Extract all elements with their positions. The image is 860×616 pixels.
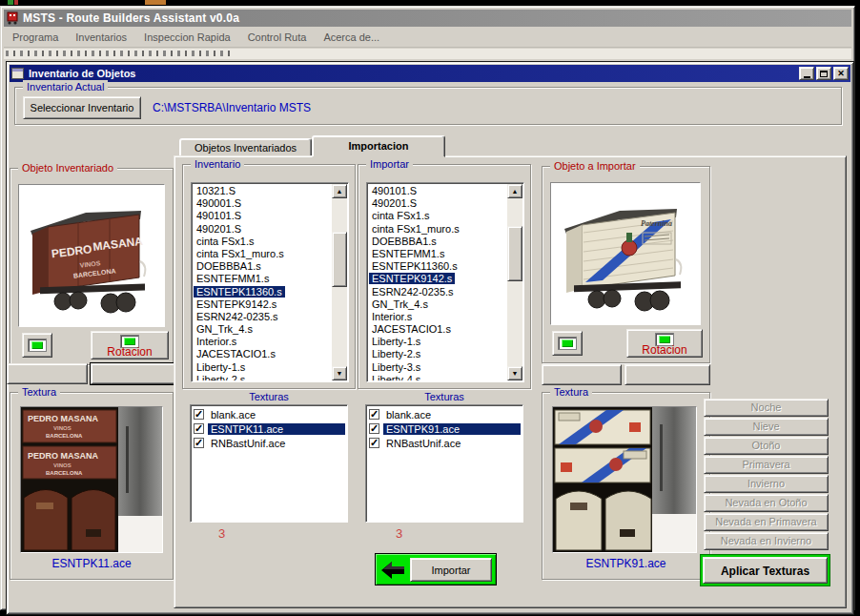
aplicar-texturas-frame[interactable]: Aplicar Texturas [701,555,829,585]
list-item[interactable]: cinta FSx1_muro.s [194,248,332,260]
app-titlebar[interactable]: MSTS - Route Builders Assistant v0.0a [4,10,851,27]
textura-right-label: Textura [550,385,592,399]
texture-checkbox-item[interactable]: ESNTPK91.ace [368,421,521,436]
menu-item[interactable]: Control Ruta [239,30,316,45]
importar-action-button[interactable]: Importar [375,553,497,585]
tab-importacion[interactable]: Importacion [312,135,445,157]
green-led-icon [124,338,135,345]
texturas-inventario-list[interactable]: blank.aceESNTPK11.aceRNBastUnif.ace [190,404,348,523]
menu-item[interactable]: Acerca de... [315,30,388,45]
list-item[interactable]: ESNTEPK9142.s [194,298,332,311]
scrollbar-thumb[interactable] [332,232,347,287]
season-button[interactable]: Nevada en Invierno [704,532,829,550]
texturas-importar-count: 3 [396,526,402,541]
checkbox-icon[interactable] [194,438,204,448]
season-button[interactable]: Nieve [704,418,829,436]
checkbox-icon[interactable] [369,409,379,420]
aplicar-texturas-button[interactable]: Aplicar Texturas [703,557,828,584]
season-button[interactable]: Otoño [704,437,829,455]
list-item[interactable]: 490101.S [194,210,332,222]
list-item[interactable]: GN_Trk_4.s [369,298,507,311]
list-item[interactable]: Interior.s [369,311,507,323]
texturas-importar-list[interactable]: blank.aceESNTPK91.aceRNBastUnif.ace [365,404,523,523]
scroll-down-icon[interactable]: ▼ [332,366,347,380]
list-item[interactable]: Liberty-3.s [369,361,507,374]
list-item[interactable]: DOEBBBA1.s [194,260,332,273]
list-item[interactable]: 490001.S [194,197,332,210]
list-item[interactable]: cinta FSx1.s [194,236,332,248]
texture-checkbox-item[interactable]: RNBastUnif.ace [368,436,521,450]
list-item[interactable]: ESNTEPK11360.s [194,286,332,298]
objeto-inventariado-group: Objeto Inventariado PEDRO MASANA VINOS B… [10,168,174,365]
list-item[interactable]: 490201.S [369,197,507,210]
scroll-down-icon[interactable]: ▼ [507,366,522,380]
texture-checkbox-item[interactable]: ESNTPK11.ace [193,421,345,436]
seleccionar-inventario-button[interactable]: Seleccionar Inventario [23,96,141,119]
menu-item[interactable]: Programa [4,30,67,45]
list-item[interactable]: 10321.S [194,185,332,197]
importar-listbox[interactable]: 490101.S490201.Scinta FSx1.scinta FSx1_m… [366,182,524,382]
texture-checkbox-item[interactable]: RNBastUnif.ace [193,436,345,450]
preview-toggle-button[interactable] [22,333,52,358]
checkbox-icon[interactable] [194,423,204,434]
svg-text:VINOS: VINOS [53,425,72,431]
list-item[interactable]: Liberty-2.s [194,374,332,380]
season-button[interactable]: Invierno [704,475,829,493]
blank-button[interactable] [625,364,710,385]
list-item[interactable]: ESRN242-0235.s [194,311,332,323]
checkbox-icon[interactable] [369,423,379,434]
list-item[interactable]: ESNTEFMM1.s [369,248,507,260]
list-item[interactable]: ESNTEPK9142.s [369,273,507,285]
textura-right-group: Textura [542,392,710,580]
list-item[interactable]: cinta FSx1_muro.s [369,223,507,236]
close-icon[interactable]: ✕ [833,67,849,80]
inventario-listbox[interactable]: 10321.S490001.S490101.S490201.Scinta FSx… [191,182,349,382]
blank-button[interactable] [91,363,176,384]
scroll-up-icon[interactable]: ▲ [507,184,522,198]
textura-right-filename: ESNTPK91.ace [543,557,709,570]
blank-button[interactable] [542,364,622,385]
tab-objetos-inventariados[interactable]: Objetos Inventariados [179,138,312,156]
importar-button[interactable]: Importar [410,558,492,582]
checkbox-icon[interactable] [369,438,379,448]
list-item[interactable]: ESRN242-0235.s [369,286,507,298]
texture-checkbox-item[interactable]: blank.ace [368,407,521,421]
blank-button[interactable] [7,363,88,384]
menu-item[interactable]: Inspeccion Rapida [135,30,239,45]
preview-toggle-button[interactable] [552,331,583,356]
season-button[interactable]: Noche [704,399,829,417]
desktop-artifact [145,0,166,5]
scrollbar[interactable]: ▲ ▼ [332,184,347,380]
list-item[interactable]: 490101.S [369,185,507,197]
list-item[interactable]: GN_Trk_4.s [194,323,332,336]
list-item[interactable]: Liberty-4.s [369,374,507,380]
season-button[interactable]: Nevada en Otoño [704,494,829,512]
list-item[interactable]: JACESTACIO1.s [369,323,507,336]
list-item[interactable]: Liberty-2.s [369,348,507,360]
led-well [28,339,47,352]
list-item[interactable]: 490201.S [194,223,332,236]
scroll-up-icon[interactable]: ▲ [332,184,347,198]
list-item[interactable]: cinta FSx1.s [369,210,507,222]
list-item[interactable]: JACESTACIO1.s [194,348,332,360]
checkbox-icon[interactable] [194,409,204,420]
list-item[interactable]: Interior.s [194,336,332,348]
objeto-a-importar-label: Objeto a Importar [550,159,640,173]
menu-item[interactable]: Inventarios [67,30,135,45]
rotacion-button-right[interactable]: Rotacion [626,329,703,358]
scrollbar[interactable]: ▲ ▼ [507,184,522,380]
rotacion-button-left[interactable]: Rotacion [91,331,169,359]
minimize-button[interactable] [799,67,814,80]
texture-checkbox-item[interactable]: blank.ace [193,407,345,421]
list-item[interactable]: Liberty-1.s [369,336,507,348]
list-item[interactable]: Liberty-1.s [194,361,332,374]
svg-text:BARCELONA: BARCELONA [46,433,83,439]
dialog-titlebar[interactable]: Inventario de Objetos ✕ [10,65,850,82]
season-button[interactable]: Nevada en Primavera [704,513,829,531]
list-item[interactable]: ESNTEPK11360.s [369,260,507,273]
list-item[interactable]: DOEBBBA1.s [369,236,507,248]
season-button[interactable]: Primavera [704,456,829,474]
maximize-button[interactable] [816,67,831,80]
scrollbar-thumb[interactable] [507,226,522,281]
list-item[interactable]: ESNTEFMM1.s [194,273,332,285]
